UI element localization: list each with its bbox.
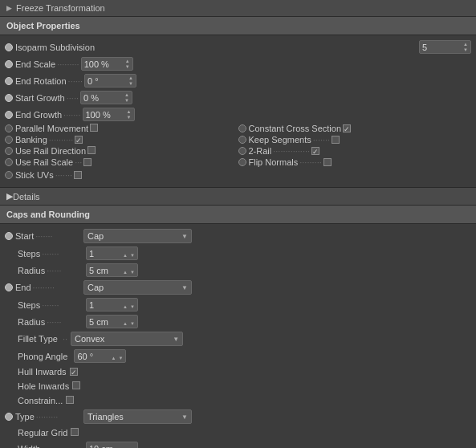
rail-scale-flip-row: Use Rail Scale ··· Flip Normals ········… (5, 157, 471, 168)
object-properties-header: Object Properties (0, 17, 476, 35)
end-scale-label: End Scale (15, 59, 55, 69)
width-row: Width ······· 10 cm ▲ ▼ (5, 440, 471, 448)
type-row: Type ········· Triangles ▼ (5, 408, 471, 426)
phong-angle-spinner[interactable]: ▲ ▼ (111, 352, 123, 361)
regular-grid-row: Regular Grid (5, 426, 471, 440)
end-rotation-value[interactable]: 0 ° ▲ ▼ (84, 74, 136, 88)
rail-scale-label: Use Rail Scale (15, 157, 73, 167)
fillet-type-arrow-icon: ▼ (173, 336, 179, 343)
start-cap-radio[interactable] (5, 232, 13, 240)
two-rail-radio[interactable] (238, 147, 246, 155)
constrain-label: Constrain... (18, 396, 63, 405)
isoparm-radio[interactable] (5, 43, 13, 51)
start-growth-label: Start Growth (15, 93, 65, 103)
rail-scale-checkbox[interactable] (83, 158, 92, 166)
constant-cross-right: Constant Cross Section (238, 124, 472, 133)
rail-direction-left: Use Rail Direction (5, 146, 238, 156)
fillet-type-dropdown[interactable]: Convex ▼ (71, 332, 183, 346)
caps-rounding-container: Start ······· Cap ▼ Steps ······· 1 ▲ ▼ … (0, 224, 476, 448)
end-growth-spinner[interactable]: ▲ ▼ (127, 109, 132, 120)
banking-label: Banking (15, 135, 47, 145)
steps1-spinner[interactable]: ▲ ▼ (123, 249, 135, 259)
type-dropdown[interactable]: Triangles ▼ (83, 409, 192, 424)
freeze-transformation-header[interactable]: ▶ Freeze Transformation (0, 0, 476, 17)
constant-cross-checkbox[interactable] (343, 124, 351, 132)
end-rotation-spinner[interactable]: ▲ ▼ (128, 75, 133, 87)
end-growth-radio[interactable] (5, 111, 13, 119)
rail-direction-checkbox[interactable] (87, 146, 96, 154)
end-scale-spinner[interactable]: ▲ ▼ (125, 59, 130, 70)
rail-scale-radio[interactable] (5, 158, 13, 166)
steps2-value[interactable]: 1 ▲ ▼ (86, 298, 138, 312)
start-cap-label: Start ······· (15, 231, 83, 241)
fillet-type-row: Fillet Type ·· Convex ▼ (5, 330, 471, 348)
banking-checkbox[interactable] (75, 136, 83, 144)
banking-radio[interactable] (5, 136, 13, 144)
end-cap-label: End ········· (15, 283, 83, 292)
radius2-value[interactable]: 5 cm ▲ ▼ (86, 315, 138, 328)
end-scale-value[interactable]: 100 % ▲ ▼ (81, 57, 133, 71)
hull-inwards-row: Hull Inwards (5, 365, 471, 379)
isoparm-spinner[interactable]: ▲ ▼ (463, 42, 468, 53)
isoparm-value[interactable]: 5 ▲ ▼ (419, 40, 471, 54)
parallel-movement-radio[interactable] (5, 124, 13, 132)
steps1-label: Steps ······· (18, 249, 86, 259)
start-growth-value[interactable]: 0 % ▲ ▼ (80, 91, 132, 104)
keep-segments-checkbox[interactable] (332, 136, 340, 144)
radius2-spinner[interactable]: ▲ ▼ (123, 317, 135, 327)
hole-inwards-checkbox[interactable] (72, 381, 80, 389)
type-dropdown-arrow-icon: ▼ (181, 413, 188, 421)
stick-uvs-radio[interactable] (5, 171, 13, 179)
end-scale-radio[interactable] (5, 60, 13, 68)
phong-angle-label: Phong Angle (18, 352, 67, 361)
two-rail-label: 2-Rail (249, 146, 272, 156)
end-cap-dropdown[interactable]: Cap ▼ (83, 280, 192, 295)
start-growth-radio[interactable] (5, 94, 13, 102)
steps1-value[interactable]: 1 ▲ ▼ (86, 246, 138, 260)
end-rotation-radio[interactable] (5, 77, 13, 85)
parallel-movement-left: Parallel Movement (5, 124, 238, 133)
end-rotation-row: End Rotation ······ 0 ° ▲ ▼ (5, 72, 471, 89)
radius1-spinner[interactable]: ▲ ▼ (123, 266, 135, 275)
details-arrow-icon: ▶ (6, 191, 13, 202)
stick-uvs-label: Stick UVs (15, 170, 54, 180)
details-label: Details (13, 192, 40, 202)
regular-grid-checkbox[interactable] (71, 428, 79, 436)
keep-segments-label: Keep Segments (249, 135, 311, 145)
steps2-row: Steps ······· 1 ▲ ▼ (5, 296, 471, 313)
start-cap-dropdown[interactable]: Cap ▼ (83, 229, 192, 243)
type-radio[interactable] (5, 413, 13, 421)
flip-normals-checkbox[interactable] (323, 158, 332, 166)
regular-grid-label: Regular Grid (18, 428, 67, 438)
phong-angle-value[interactable]: 60 ° ▲ ▼ (74, 349, 126, 363)
end-cap-radio[interactable] (5, 283, 13, 291)
constant-cross-radio[interactable] (238, 124, 246, 132)
parallel-movement-label: Parallel Movement (15, 124, 88, 133)
hole-inwards-label: Hole Inwards (18, 381, 69, 391)
flip-normals-label: Flip Normals (249, 157, 299, 167)
constrain-checkbox[interactable] (66, 396, 74, 404)
radius1-value[interactable]: 5 cm ▲ ▼ (86, 263, 138, 277)
banking-left: Banking ·········· (5, 135, 238, 145)
steps2-spinner[interactable]: ▲ ▼ (123, 300, 135, 310)
type-label: Type ········· (15, 412, 83, 422)
keep-segments-radio[interactable] (238, 136, 246, 144)
width-value[interactable]: 10 cm ▲ ▼ (86, 442, 138, 448)
hull-inwards-checkbox[interactable] (70, 368, 78, 376)
start-growth-spinner[interactable]: ▲ ▼ (124, 92, 129, 104)
details-header[interactable]: ▶ Details (0, 187, 476, 206)
parallel-movement-checkbox[interactable] (90, 124, 98, 132)
hull-inwards-label: Hull Inwards (18, 367, 67, 377)
end-growth-label: End Growth (15, 110, 62, 120)
steps1-row: Steps ······· 1 ▲ ▼ (5, 245, 471, 262)
hole-inwards-row: Hole Inwards (5, 379, 471, 393)
two-rail-checkbox[interactable] (311, 147, 319, 155)
width-spinner[interactable]: ▲ ▼ (123, 444, 135, 449)
two-rail-right: 2-Rail ··············· (238, 146, 472, 156)
stick-uvs-checkbox[interactable] (74, 171, 82, 179)
end-scale-row: End Scale ········· 100 % ▲ ▼ (5, 55, 471, 72)
end-growth-value[interactable]: 100 % ▲ ▼ (83, 108, 135, 121)
object-properties-container: Isoparm Subdivision 5 ▲ ▼ End Scale ····… (0, 35, 476, 185)
flip-normals-radio[interactable] (238, 158, 246, 166)
rail-direction-radio[interactable] (5, 147, 13, 155)
